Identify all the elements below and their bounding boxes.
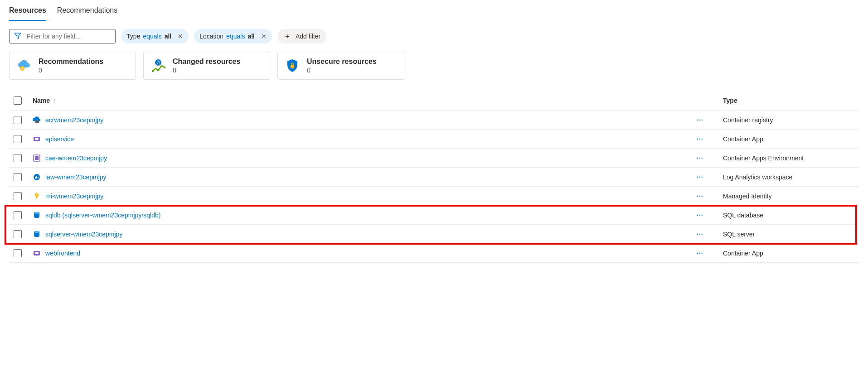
close-icon[interactable]: ✕ [261,33,267,40]
column-header-name[interactable]: Name↑ [33,97,697,104]
cloud-badge-icon [16,58,32,74]
filter-icon [14,32,21,41]
filter-row: Type equals all ✕ Location equals all ✕ … [9,29,859,43]
svg-rect-21 [35,252,39,254]
more-actions-button[interactable]: ··· [697,116,723,124]
svg-point-3 [157,69,159,71]
resource-icon [33,173,41,181]
row-checkbox[interactable] [14,154,22,162]
card-title: Unsecure resources [307,58,377,66]
more-actions-button[interactable]: ··· [697,135,723,143]
svg-point-15 [36,194,38,195]
resource-link[interactable]: law-wmem23cepmjpy [45,173,107,181]
row-checkbox[interactable] [14,173,22,181]
svg-point-17 [34,212,39,213]
card-count: 8 [173,67,240,74]
resource-type-label: Log Analytics workspace [723,173,859,181]
resource-link[interactable]: mi-wmem23cepmjpy [45,193,103,200]
svg-point-2 [152,70,154,72]
more-actions-button[interactable]: ··· [697,250,723,257]
svg-point-19 [34,231,39,232]
more-actions-button[interactable]: ··· [697,212,723,219]
table-row: sqldb (sqlserver-wmem23cepmjpy/sqldb) ··… [9,206,859,225]
svg-point-0 [20,66,24,71]
resource-link[interactable]: sqldb (sqlserver-wmem23cepmjpy/sqldb) [45,212,160,219]
filter-input[interactable] [26,32,111,40]
svg-rect-12 [35,177,36,178]
more-actions-button[interactable]: ··· [697,154,723,162]
table-row: webfrontend ··· Container App [9,244,859,263]
svg-point-1 [155,59,161,66]
close-icon[interactable]: ✕ [178,33,183,40]
filter-input-wrap[interactable] [9,29,116,43]
table-row: cae-wmem23cepmjpy ··· Container Apps Env… [9,149,859,168]
row-checkbox[interactable] [14,135,22,143]
row-checkbox[interactable] [14,211,22,219]
svg-rect-13 [36,176,37,178]
column-header-type[interactable]: Type [723,97,859,104]
svg-rect-14 [38,177,39,178]
card-title: Recommendations [39,58,103,66]
table-row: acrwmem23cepmjpy ··· Container registry [9,111,859,130]
card-title: Changed resources [173,58,240,66]
resource-type-label: Container App [723,250,859,257]
table-row: law-wmem23cepmjpy ··· Log Analytics work… [9,168,859,187]
table-row: apiservice ··· Container App [9,130,859,149]
resource-icon [33,116,41,124]
resource-link[interactable]: cae-wmem23cepmjpy [45,154,107,162]
add-filter-button[interactable]: ＋ Add filter [277,29,327,43]
svg-rect-10 [35,156,39,160]
more-actions-button[interactable]: ··· [697,193,723,200]
card-recommendations[interactable]: Recommendations 0 [9,52,136,80]
table-header-row: Name↑ Type [9,91,859,111]
svg-rect-8 [35,138,39,140]
tab-resources[interactable]: Resources [9,2,46,21]
card-changed-resources[interactable]: Changed resources 8 [143,52,270,80]
sort-ascending-icon: ↑ [53,97,56,104]
filter-pill-location[interactable]: Location equals all ✕ [194,29,272,43]
resource-icon [33,154,41,162]
resource-type-label: Container registry [723,116,859,124]
table-row: sqlserver-wmem23cepmjpy ··· SQL server [9,225,859,244]
resource-type-label: SQL database [723,212,859,219]
summary-cards: Recommendations 0 Changed resources 8 [9,52,859,80]
resource-type-label: Container Apps Environment [723,154,859,162]
refresh-graph-icon [150,58,166,74]
resource-icon [33,192,41,200]
resource-icon [33,135,41,143]
tab-recommendations[interactable]: Recommendations [57,2,117,21]
select-all-checkbox[interactable] [14,96,22,105]
resource-icon [33,249,41,257]
resource-link[interactable]: webfrontend [45,250,80,257]
card-count: 0 [39,67,103,74]
resource-type-label: SQL server [723,231,859,238]
filter-pill-type[interactable]: Type equals all ✕ [121,29,189,43]
resource-type-label: Container App [723,135,859,143]
row-checkbox[interactable] [14,249,22,257]
svg-point-4 [164,67,165,68]
more-actions-button[interactable]: ··· [697,231,723,238]
resources-table: Name↑ Type acrwmem23cepmjpy ··· Containe… [9,91,859,263]
plus-icon: ＋ [284,32,291,41]
row-checkbox[interactable] [14,192,22,200]
resource-link[interactable]: sqlserver-wmem23cepmjpy [45,231,122,238]
svg-rect-6 [35,120,39,123]
resource-icon [33,230,41,238]
resource-type-label: Managed Identity [723,193,859,200]
resource-link[interactable]: apiservice [45,135,74,143]
row-checkbox[interactable] [14,116,22,124]
svg-rect-5 [291,65,294,68]
card-count: 0 [307,67,377,74]
table-row: mi-wmem23cepmjpy ··· Managed Identity [9,187,859,206]
resource-icon [33,211,41,219]
resource-link[interactable]: acrwmem23cepmjpy [45,116,103,124]
row-checkbox[interactable] [14,230,22,238]
shield-lock-icon [284,58,301,74]
tabs: Resources Recommendations [9,2,859,22]
more-actions-button[interactable]: ··· [697,173,723,181]
card-unsecure-resources[interactable]: Unsecure resources 0 [277,52,404,80]
